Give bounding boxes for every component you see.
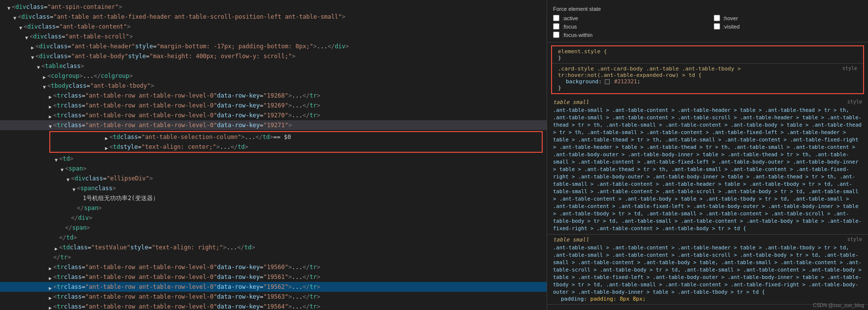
- active-checkbox[interactable]: [553, 15, 559, 21]
- dom-line-close-div: </div>: [0, 213, 547, 223]
- dom-line[interactable]: <tr class="ant-table-row ant-table-row-l…: [0, 292, 547, 302]
- triangle-icon[interactable]: [65, 175, 71, 181]
- dom-line[interactable]: <tr class="ant-table-row ant-table-row-l…: [0, 101, 547, 110]
- visited-checkbox[interactable]: [714, 23, 720, 30]
- force-state-grid: :active :hover :focus :visited :focus-wi…: [553, 15, 862, 38]
- focus-within-checkbox[interactable]: [553, 32, 559, 38]
- long-selector-2: .ant-table-small > .ant-table-content > …: [553, 244, 862, 296]
- dom-line-div-ellipse[interactable]: <div class="ellipseDiv" >: [0, 173, 547, 183]
- dom-line[interactable]: <div class="ant-table-content" >: [0, 22, 547, 32]
- dom-panel[interactable]: <div class="ant-spin-container" > <div c…: [0, 0, 547, 310]
- hover-selector: .card-style .ant-card-body .ant-table .a…: [558, 66, 741, 72]
- triangle-icon[interactable]: [53, 244, 59, 250]
- style-source-2: style: [847, 237, 862, 243]
- table-small-block-1: table small style .ant-table-small > .an…: [547, 97, 868, 235]
- triangle-icon[interactable]: [104, 144, 109, 150]
- triangle-icon[interactable]: [59, 166, 65, 172]
- padding-prop-line: padding: padding: 8px 8px;: [553, 296, 862, 302]
- triangle-icon[interactable]: [47, 103, 53, 108]
- dom-line[interactable]: <colgroup>...</colgroup>: [0, 71, 547, 81]
- long-selector-1: .ant-table-small > .ant-table-content > …: [553, 106, 862, 232]
- table-small-label-1: table small: [553, 99, 589, 105]
- triangle-icon[interactable]: [47, 112, 53, 118]
- triangle-icon[interactable]: [47, 304, 53, 310]
- dom-line[interactable]: <tr class="ant-table-row ant-table-row-l…: [0, 262, 547, 272]
- dom-line[interactable]: <tbody class="ant-table-tbody" >: [0, 81, 547, 91]
- dom-line-selected[interactable]: <tr class="ant-table-row ant-table-row-l…: [0, 120, 547, 130]
- visited-label: :visited: [723, 24, 740, 30]
- element-style-section: element.style { }: [552, 46, 863, 63]
- hover-checkbox[interactable]: [714, 15, 720, 21]
- triangle-icon[interactable]: [24, 34, 30, 39]
- dom-line[interactable]: <div class="ant-table-header" style="mar…: [0, 41, 547, 51]
- dom-line-span-class[interactable]: <span class >: [0, 183, 547, 193]
- csdn-credit: CSDN @zuo_zuo_blog: [813, 303, 864, 308]
- dom-line-span[interactable]: <span>: [0, 164, 547, 173]
- dom-line-chinese-text: 1号机组无功功率2(变送器）: [0, 193, 547, 203]
- dom-line[interactable]: <div class="ant-table-body" style="max-h…: [0, 51, 547, 61]
- active-label: :active: [562, 15, 578, 21]
- state-hover[interactable]: :hover: [714, 15, 863, 21]
- state-active[interactable]: :active: [553, 15, 702, 21]
- dom-line[interactable]: <tr class="ant-table-row ant-table-row-l…: [0, 272, 547, 282]
- dom-line-active[interactable]: <tr class="ant-table-row ant-table-row-l…: [0, 282, 547, 292]
- dom-line-td-testvalue[interactable]: <td class="testValue" style="text-align:…: [0, 242, 547, 252]
- table-small-block-2: table small style .ant-table-small > .an…: [547, 235, 868, 305]
- style-source-1: style: [847, 99, 862, 105]
- triangle-icon[interactable]: [71, 185, 77, 191]
- triangle-icon[interactable]: [41, 73, 47, 79]
- dom-line[interactable]: <tr class="ant-table-row ant-table-row-l…: [0, 110, 547, 120]
- triangle-icon[interactable]: [12, 14, 18, 20]
- hover-close: }: [558, 85, 857, 91]
- dom-line-close-td: </td>: [0, 233, 547, 242]
- triangle-icon[interactable]: [47, 93, 53, 99]
- table-small-label-2: table small: [553, 237, 589, 243]
- triangle-icon[interactable]: [35, 63, 41, 69]
- triangle-icon[interactable]: [41, 83, 47, 89]
- dom-line-close-tr: </tr>: [0, 252, 547, 262]
- styles-panel: Force element state :active :hover :focu…: [547, 0, 868, 310]
- triangle-icon[interactable]: [30, 53, 35, 59]
- triangle-icon[interactable]: [47, 284, 53, 290]
- triangle-icon[interactable]: [47, 294, 53, 300]
- triangle-icon[interactable]: [47, 122, 53, 128]
- dom-line-td-center[interactable]: <td style="text-align: center;" >...</td…: [50, 142, 542, 152]
- state-visited[interactable]: :visited: [714, 23, 863, 30]
- focus-checkbox[interactable]: [553, 23, 559, 30]
- focus-label: :focus: [562, 24, 577, 30]
- state-focus-within[interactable]: :focus-within: [553, 32, 702, 38]
- state-focus[interactable]: :focus: [553, 23, 702, 30]
- hover-selector2: tr:hover:not(.ant-table-expanded-row) > …: [558, 72, 857, 78]
- color-swatch: [605, 79, 610, 84]
- force-state-title: Force element state: [553, 6, 862, 12]
- dom-line[interactable]: <div class="ant-table ant-table-fixed-he…: [0, 12, 547, 22]
- dom-line-td[interactable]: <td>: [0, 154, 547, 164]
- triangle-icon[interactable]: [104, 134, 109, 140]
- dom-line[interactable]: <tr class="ant-table-row ant-table-row-l…: [0, 91, 547, 101]
- triangle-icon[interactable]: [6, 4, 12, 10]
- dom-line[interactable]: <div class="ant-table-scroll" >: [0, 32, 547, 41]
- element-style-block-highlighted: element.style { } .card-style .ant-card-…: [551, 45, 864, 94]
- dom-line[interactable]: <div class="ant-spin-container" >: [0, 2, 547, 12]
- triangle-icon[interactable]: [47, 264, 53, 270]
- dom-line[interactable]: <table class >: [0, 61, 547, 71]
- element-style-close: }: [558, 55, 857, 61]
- element-style-selector: element.style {: [558, 48, 857, 55]
- dom-line-td-selection[interactable]: <td class="ant-table-selection-column" >…: [50, 132, 542, 142]
- triangle-icon[interactable]: [18, 24, 24, 30]
- dom-line[interactable]: <tr class="ant-table-row ant-table-row-l…: [0, 302, 547, 310]
- hover-label: :hover: [723, 15, 738, 21]
- triangle-icon[interactable]: [30, 43, 35, 49]
- hover-source: style: [842, 66, 857, 72]
- force-element-state-section: Force element state :active :hover :focu…: [547, 4, 868, 42]
- dom-line-close-span2: </span>: [0, 223, 547, 233]
- focus-within-label: :focus-within: [562, 32, 592, 38]
- hover-rule-section: .card-style .ant-card-body .ant-table .a…: [552, 63, 863, 93]
- dom-line-close-span: </span>: [0, 203, 547, 213]
- hover-bg-prop: background: #212321;: [558, 78, 857, 85]
- triangle-icon[interactable]: [47, 274, 53, 280]
- triangle-icon[interactable]: [53, 156, 59, 162]
